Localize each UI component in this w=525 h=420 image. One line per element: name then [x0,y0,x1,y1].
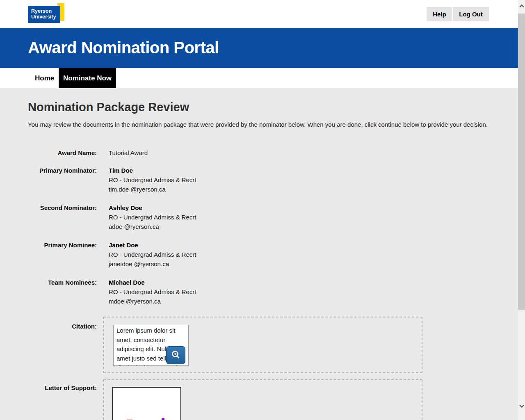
help-button[interactable]: Help [427,7,452,21]
person-name: Michael Doe [109,278,196,287]
citation-dropzone: Lorem ipsum dolor sit amet, consectetur … [103,317,422,373]
vertical-scrollbar[interactable] [518,0,525,420]
person-email: tim.doe @ryerson.ca [109,185,196,194]
person-dept: RO - Undergrad Admiss & Recrt [109,287,196,297]
person-dept: RO - Undergrad Admiss & Recrt [109,250,196,259]
person-dept: RO - Undergrad Admiss & Recrt [109,175,196,185]
ryerson-university-logo: Ryerson University [28,3,67,24]
nav-tab-home[interactable]: Home [35,68,54,88]
second-nominator-value: Ashley Doe RO - Undergrad Admiss & Recrt… [109,203,196,231]
citation-label: Citation: [28,322,97,331]
person-dept: RO - Undergrad Admiss & Recrt [109,212,196,222]
letter-of-support-dropzone [103,379,422,420]
logo-line1: Ryerson [31,9,60,14]
page-title: Nomination Package Review [28,100,189,114]
citation-zoom-button[interactable] [166,346,185,364]
primary-nominee-value: Janet Doe RO - Undergrad Admiss & Recrt … [109,240,196,269]
portal-title: Award Nomination Portal [28,39,219,57]
primary-nominator-value: Tim Doe RO - Undergrad Admiss & Recrt ti… [109,166,196,194]
person-email: janetdoe @ryerson.ca [109,259,196,269]
team-nominees-label: Team Nominees: [28,278,97,287]
top-bar: Ryerson University Help Log Out [0,0,518,28]
award-nomination-portal-page: Ryerson University Help Log Out Award No… [0,0,518,420]
team-nominees-value: Michael Doe RO - Undergrad Admiss & Recr… [109,278,196,306]
portal-banner: Award Nomination Portal [0,28,518,68]
person-email: adoe @ryerson.ca [109,222,196,231]
logo-line2: University [31,14,60,20]
second-nominator-label: Second Nominator: [28,203,97,212]
person-name: Ashley Doe [109,203,196,212]
scrollbar-thumb[interactable] [518,14,525,310]
nav-bar: Home Nominate Now [0,68,518,88]
intro-text: You may review the documents in the nomi… [28,120,489,129]
award-name-label: Award Name: [28,148,97,158]
person-name: Tim Doe [109,166,196,175]
primary-nominee-label: Primary Nominee: [28,240,97,250]
letter-preview-purple-mark [162,418,164,420]
nav-tab-nominate-now[interactable]: Nominate Now [59,68,116,88]
logout-button[interactable]: Log Out [453,7,489,21]
person-name: Janet Doe [109,240,196,250]
letter-document-preview [112,387,181,420]
scroll-down-arrow-icon[interactable] [518,402,525,409]
letter-of-support-label: Letter of Support: [28,383,97,393]
primary-nominator-label: Primary Nominator: [28,166,97,175]
person-email: mdoe @ryerson.ca [109,297,196,306]
logo-wordmark: Ryerson University [28,6,60,23]
scroll-up-arrow-icon[interactable] [518,2,525,9]
zoom-in-magnifier-icon [171,350,181,361]
award-name-value: Tutorial Award [109,148,148,158]
